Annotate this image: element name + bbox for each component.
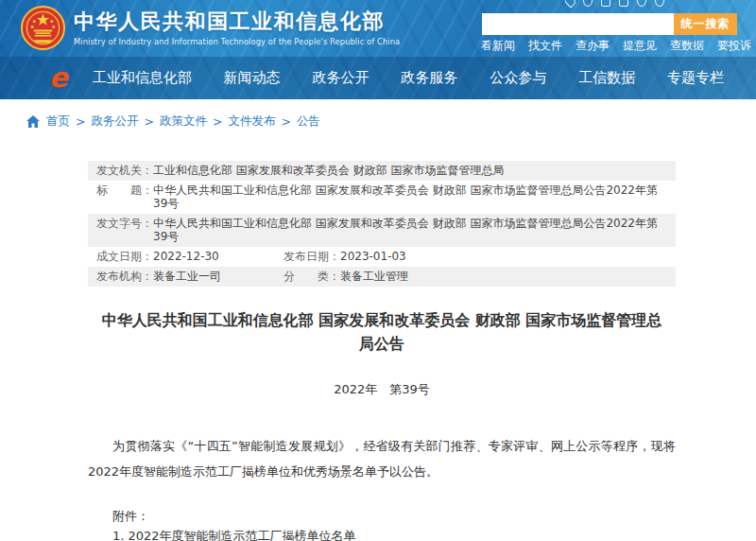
miit-e-logo[interactable]: e [49,57,68,99]
attachments-label: 附件： [112,509,149,523]
meta-row-publisher-category: 发布机构： 装备工业一司 分 类： 装备工业管理 [88,267,676,287]
breadcrumb-separator: > [76,114,85,129]
quick-link-services[interactable]: 查办事 [576,38,610,54]
site-title: 中华人民共和国工业和信息化部 [74,9,400,34]
meta-value: 中华人民共和国工业和信息化部 国家发展和改革委员会 财政部 国家市场监督管理总局… [153,217,667,243]
title-block: 中华人民共和国工业和信息化部 Ministry of Industry and … [74,9,400,46]
meta-label: 发布机构： [96,270,153,283]
banner-top: 中华人民共和国工业和信息化部 Ministry of Industry and … [0,0,756,57]
meta-label: 发文字号： [96,217,153,243]
nav-item-gov-services[interactable]: 政务服务 [401,69,457,87]
meta-row-dates: 成文日期： 2022-12-30 发布日期： 2023-01-03 [88,247,676,267]
nav-item-topics[interactable]: 专题专栏 [667,69,724,87]
quick-link-news[interactable]: 看新闻 [481,38,515,54]
nav-items: 工业和信息化部 新闻动态 政务公开 政务服务 公众参与 工信数据 专题专栏 [93,69,724,87]
quick-link-complaints[interactable]: 要投诉 [717,38,751,54]
meta-label: 发文机关： [96,164,153,177]
document-body-paragraph: 为贯彻落实《“十四五”智能制造发展规划》，经省级有关部门推荐、专家评审、网上公示… [88,433,676,484]
main-nav: e 工业和信息化部 新闻动态 政务公开 政务服务 公众参与 工信数据 专题专栏 [0,57,756,99]
document-title: 中华人民共和国工业和信息化部 国家发展和改革委员会 财政部 国家市场监督管理总局… [98,308,665,356]
mobile-icon[interactable] [601,0,610,7]
accessibility-icon[interactable] [655,0,664,7]
document-issue-number: 2022年 第39号 [88,381,676,398]
site-banner: 中华人民共和国工业和信息化部 Ministry of Industry and … [0,0,756,99]
document-area: 发文机关： 工业和信息化部 国家发展和改革委员会 财政部 国家市场监督管理总局 … [88,161,676,541]
meta-value: 装备工业一司 [153,270,221,283]
breadcrumb-separator: > [281,114,290,129]
masthead-home-link[interactable]: 中华人民共和国工业和信息化部 Ministry of Industry and … [21,6,400,50]
meta-label: 成文日期： [96,250,153,263]
meta-row-issuing-agency: 发文机关： 工业和信息化部 国家发展和改革委员会 财政部 国家市场监督管理总局 [88,161,676,181]
wechat-icon[interactable] [637,0,646,7]
quick-links: 看新闻 找文件 查办事 提意见 查数据 要投诉 [481,38,751,54]
nav-item-participation[interactable]: 公众参与 [490,69,546,87]
breadcrumb-announcement[interactable]: 公告 [297,113,320,130]
breadcrumb: 首页 > 政务公开 > 政策文件 > 文件发布 > 公告 [26,113,756,130]
document-meta-table: 发文机关： 工业和信息化部 国家发展和改革委员会 财政部 国家市场监督管理总局 … [88,161,676,287]
breadcrumb-policy-docs[interactable]: 政策文件 [160,113,207,130]
breadcrumb-home[interactable]: 首页 [46,113,70,130]
search-input[interactable] [482,13,674,35]
breadcrumb-separator: > [213,114,222,129]
utility-icon-row [565,0,683,8]
meta-row-doc-number: 发文字号： 中华人民共和国工业和信息化部 国家发展和改革委员会 财政部 国家市场… [88,214,676,247]
meta-value: 2022-12-30 [153,250,219,263]
meta-value: 装备工业管理 [340,270,408,283]
meta-label: 分 类： [284,270,340,283]
mail-icon[interactable] [619,0,628,7]
nav-item-gov-open[interactable]: 政务公开 [312,69,369,87]
meta-label: 标 题： [96,183,153,210]
clock-icon[interactable] [583,0,593,7]
nav-item-data[interactable]: 工信数据 [578,69,635,87]
home-icon[interactable] [26,115,40,128]
quick-link-data[interactable]: 查数据 [670,38,704,54]
location-pin-icon[interactable] [565,0,577,8]
search-box: 统一搜索 [482,13,737,35]
meta-value: 2023-01-03 [340,250,406,263]
unified-search-button[interactable]: 统一搜索 [674,13,737,35]
national-emblem-icon [21,6,65,50]
meta-value: 工业和信息化部 国家发展和改革委员会 财政部 国家市场监督管理总局 [153,164,504,177]
breadcrumb-doc-release[interactable]: 文件发布 [228,113,275,130]
meta-row-title: 标 题： 中华人民共和国工业和信息化部 国家发展和改革委员会 财政部 国家市场监… [88,181,676,214]
meta-value: 中华人民共和国工业和信息化部 国家发展和改革委员会 财政部 国家市场监督管理总局… [153,183,667,210]
attachments-section: 附件： 1. 2022年度智能制造示范工厂揭榜单位名单 2. 2022年度智能制… [88,506,676,541]
quick-link-documents[interactable]: 找文件 [528,38,562,54]
breadcrumb-separator: > [144,114,153,129]
nav-item-news[interactable]: 新闻动态 [224,69,281,87]
meta-label: 发布日期： [284,250,340,263]
attachment-link-1[interactable]: 1. 2022年度智能制造示范工厂揭榜单位名单 [112,526,676,541]
nav-item-miit[interactable]: 工业和信息化部 [93,69,192,87]
breadcrumb-gov-open[interactable]: 政务公开 [91,113,138,130]
site-subtitle: Ministry of Industry and Information Tec… [74,37,400,46]
quick-link-suggestions[interactable]: 提意见 [623,38,657,54]
